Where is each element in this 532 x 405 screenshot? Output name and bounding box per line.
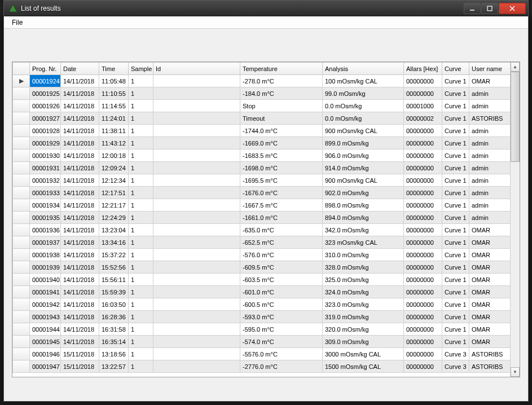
results-table[interactable]: Prog. Nr. Date Time Sample Id Temperatur… bbox=[12, 62, 510, 373]
cell-allars[interactable]: 00000000 bbox=[404, 348, 442, 360]
cell-id[interactable] bbox=[153, 174, 240, 187]
cell-allars[interactable]: 00000000 bbox=[404, 323, 442, 336]
cell-analysis[interactable]: 3000 mOsm/kg CAL bbox=[323, 348, 404, 360]
cell-prog[interactable]: 00001925 bbox=[30, 87, 61, 100]
table-row[interactable]: 0000194014/11/201815:56:111-603.5 m°C325… bbox=[13, 274, 511, 286]
row-indicator[interactable] bbox=[13, 261, 30, 274]
cell-sample[interactable]: 1 bbox=[129, 137, 153, 149]
cell-allars[interactable]: 00000000 bbox=[404, 75, 442, 87]
column-header-temperature[interactable]: Temperature bbox=[240, 63, 323, 75]
table-row[interactable]: 0000193214/11/201812:12:341-1695.5 m°C90… bbox=[13, 174, 511, 187]
cell-temp[interactable]: -652.5 m°C bbox=[240, 236, 323, 249]
row-indicator[interactable] bbox=[13, 323, 30, 336]
cell-id[interactable] bbox=[153, 323, 240, 336]
cell-date[interactable]: 14/11/2018 bbox=[61, 224, 99, 236]
table-row[interactable]: 0000193614/11/201813:23:041-635.0 m°C342… bbox=[13, 224, 511, 236]
row-indicator[interactable] bbox=[13, 187, 30, 199]
cell-date[interactable]: 14/11/2018 bbox=[61, 100, 99, 112]
cell-allars[interactable]: 00000002 bbox=[404, 112, 442, 125]
cell-user[interactable]: OMAR bbox=[469, 323, 511, 336]
cell-allars[interactable]: 00000000 bbox=[404, 87, 442, 100]
cell-date[interactable]: 14/11/2018 bbox=[61, 174, 99, 187]
cell-curve[interactable]: Curve 1 bbox=[442, 274, 469, 286]
cell-user[interactable]: ASTORIBS bbox=[469, 360, 511, 373]
cell-analysis[interactable]: 320.0 mOsm/kg bbox=[323, 323, 404, 336]
cell-sample[interactable]: 1 bbox=[129, 348, 153, 360]
scroll-thumb[interactable] bbox=[511, 72, 520, 162]
cell-id[interactable] bbox=[153, 348, 240, 360]
vertical-scrollbar[interactable]: ▲ ▼ bbox=[510, 62, 520, 377]
titlebar[interactable]: List of results bbox=[4, 1, 528, 16]
cell-time[interactable]: 11:05:48 bbox=[99, 75, 129, 87]
cell-prog[interactable]: 00001931 bbox=[30, 162, 61, 174]
cell-date[interactable]: 14/11/2018 bbox=[61, 274, 99, 286]
cell-allars[interactable]: 00000000 bbox=[404, 236, 442, 249]
cell-date[interactable]: 14/11/2018 bbox=[61, 137, 99, 149]
cell-allars[interactable]: 00001000 bbox=[404, 100, 442, 112]
cell-time[interactable]: 13:18:56 bbox=[99, 348, 129, 360]
cell-allars[interactable]: 00000000 bbox=[404, 311, 442, 323]
row-indicator[interactable] bbox=[13, 360, 30, 373]
cell-temp[interactable]: -609.5 m°C bbox=[240, 261, 323, 274]
cell-time[interactable]: 11:38:11 bbox=[99, 125, 129, 137]
table-row[interactable]: 0000193314/11/201812:17:511-1676.0 m°C90… bbox=[13, 187, 511, 199]
cell-analysis[interactable]: 323.0 mOsm/kg bbox=[323, 298, 404, 311]
cell-analysis[interactable]: 309.0 mOsm/kg bbox=[323, 336, 404, 348]
row-indicator[interactable] bbox=[13, 137, 30, 149]
cell-user[interactable]: OMAR bbox=[469, 261, 511, 274]
cell-time[interactable]: 11:10:55 bbox=[99, 87, 129, 100]
cell-sample[interactable]: 1 bbox=[129, 274, 153, 286]
table-row[interactable]: 0000193514/11/201812:24:291-1661.0 m°C89… bbox=[13, 212, 511, 224]
cell-temp[interactable]: Stop bbox=[240, 100, 323, 112]
cell-sample[interactable]: 1 bbox=[129, 261, 153, 274]
cell-user[interactable]: admin bbox=[469, 149, 511, 162]
cell-sample[interactable]: 1 bbox=[129, 199, 153, 212]
cell-analysis[interactable]: 319.0 mOsm/kg bbox=[323, 311, 404, 323]
cell-curve[interactable]: Curve 3 bbox=[442, 360, 469, 373]
menu-file[interactable]: File bbox=[7, 17, 27, 28]
cell-allars[interactable]: 00000000 bbox=[404, 187, 442, 199]
cell-id[interactable] bbox=[153, 125, 240, 137]
cell-id[interactable] bbox=[153, 199, 240, 212]
cell-curve[interactable]: Curve 1 bbox=[442, 149, 469, 162]
cell-analysis[interactable]: 0.0 mOsm/kg bbox=[323, 100, 404, 112]
table-row[interactable]: 0000192714/11/201811:24:011Timeout0.0 mO… bbox=[13, 112, 511, 125]
cell-user[interactable]: admin bbox=[469, 187, 511, 199]
cell-allars[interactable]: 00000000 bbox=[404, 137, 442, 149]
maximize-button[interactable] bbox=[481, 3, 498, 14]
cell-temp[interactable]: -601.0 m°C bbox=[240, 286, 323, 298]
cell-id[interactable] bbox=[153, 187, 240, 199]
cell-curve[interactable]: Curve 1 bbox=[442, 236, 469, 249]
table-row[interactable]: 0000194414/11/201816:31:581-595.0 m°C320… bbox=[13, 323, 511, 336]
cell-sample[interactable]: 1 bbox=[129, 224, 153, 236]
scroll-down-icon[interactable]: ▼ bbox=[511, 367, 520, 377]
table-row[interactable]: 0000194214/11/201816:03:501-600.5 m°C323… bbox=[13, 298, 511, 311]
cell-user[interactable]: admin bbox=[469, 100, 511, 112]
cell-analysis[interactable]: 900 mOsm/kg CAL bbox=[323, 125, 404, 137]
row-indicator[interactable]: ▶ bbox=[13, 75, 30, 87]
cell-prog[interactable]: 00001938 bbox=[30, 249, 61, 261]
cell-sample[interactable]: 1 bbox=[129, 162, 153, 174]
cell-sample[interactable]: 1 bbox=[129, 298, 153, 311]
cell-analysis[interactable]: 894.0 mOsm/kg bbox=[323, 212, 404, 224]
cell-analysis[interactable]: 914.0 mOsm/kg bbox=[323, 162, 404, 174]
cell-id[interactable] bbox=[153, 137, 240, 149]
cell-curve[interactable]: Curve 1 bbox=[442, 174, 469, 187]
cell-user[interactable]: admin bbox=[469, 162, 511, 174]
cell-allars[interactable]: 00000000 bbox=[404, 274, 442, 286]
cell-user[interactable]: admin bbox=[469, 199, 511, 212]
cell-allars[interactable]: 00000000 bbox=[404, 174, 442, 187]
cell-prog[interactable]: 00001947 bbox=[30, 360, 61, 373]
cell-curve[interactable]: Curve 1 bbox=[442, 224, 469, 236]
row-indicator[interactable] bbox=[13, 336, 30, 348]
cell-curve[interactable]: Curve 3 bbox=[442, 348, 469, 360]
row-indicator[interactable] bbox=[13, 224, 30, 236]
cell-curve[interactable]: Curve 1 bbox=[442, 137, 469, 149]
cell-id[interactable] bbox=[153, 360, 240, 373]
table-row[interactable]: 0000193914/11/201815:52:561-609.5 m°C328… bbox=[13, 261, 511, 274]
cell-date[interactable]: 14/11/2018 bbox=[61, 125, 99, 137]
cell-temp[interactable]: -1676.0 m°C bbox=[240, 187, 323, 199]
cell-analysis[interactable]: 902.0 mOsm/kg bbox=[323, 187, 404, 199]
cell-temp[interactable]: -635.0 m°C bbox=[240, 224, 323, 236]
cell-prog[interactable]: 00001926 bbox=[30, 100, 61, 112]
